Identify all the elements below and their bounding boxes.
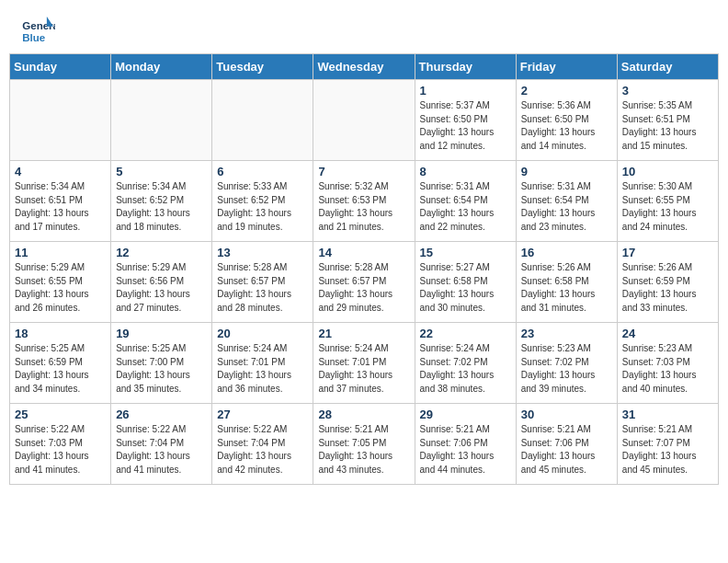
day-number: 29 [420, 408, 511, 421]
day-cell: 22Sunrise: 5:24 AM Sunset: 7:02 PM Dayli… [415, 323, 516, 404]
logo-icon: General Blue [22, 17, 55, 46]
day-info: Sunrise: 5:34 AM Sunset: 6:52 PM Dayligh… [116, 180, 207, 234]
day-cell: 1Sunrise: 5:37 AM Sunset: 6:50 PM Daylig… [415, 80, 516, 161]
calendar-container: SundayMondayTuesdayWednesdayThursdayFrid… [0, 53, 728, 494]
day-cell [10, 80, 111, 161]
day-info: Sunrise: 5:33 AM Sunset: 6:52 PM Dayligh… [217, 180, 308, 234]
day-info: Sunrise: 5:21 AM Sunset: 7:07 PM Dayligh… [622, 423, 713, 477]
day-number: 4 [15, 165, 106, 178]
day-number: 27 [217, 408, 308, 421]
day-number: 2 [521, 84, 612, 98]
day-cell: 29Sunrise: 5:21 AM Sunset: 7:06 PM Dayli… [415, 404, 516, 485]
day-cell: 11Sunrise: 5:29 AM Sunset: 6:55 PM Dayli… [10, 242, 111, 323]
day-info: Sunrise: 5:29 AM Sunset: 6:56 PM Dayligh… [116, 261, 207, 315]
week-row-2: 4Sunrise: 5:34 AM Sunset: 6:51 PM Daylig… [10, 161, 719, 242]
weekday-header-row: SundayMondayTuesdayWednesdayThursdayFrid… [10, 54, 719, 80]
week-row-5: 25Sunrise: 5:22 AM Sunset: 7:03 PM Dayli… [10, 404, 719, 485]
day-number: 10 [622, 165, 713, 178]
day-number: 16 [521, 246, 612, 259]
day-cell [111, 80, 212, 161]
weekday-header-thursday: Thursday [415, 54, 516, 80]
day-number: 9 [521, 165, 612, 178]
day-cell: 15Sunrise: 5:27 AM Sunset: 6:58 PM Dayli… [415, 242, 516, 323]
day-cell [212, 80, 313, 161]
day-number: 19 [116, 327, 207, 340]
day-cell: 12Sunrise: 5:29 AM Sunset: 6:56 PM Dayli… [111, 242, 212, 323]
day-cell: 31Sunrise: 5:21 AM Sunset: 7:07 PM Dayli… [617, 404, 718, 485]
day-info: Sunrise: 5:24 AM Sunset: 7:01 PM Dayligh… [217, 342, 308, 396]
weekday-header-tuesday: Tuesday [212, 54, 313, 80]
day-number: 31 [622, 408, 713, 421]
day-cell: 4Sunrise: 5:34 AM Sunset: 6:51 PM Daylig… [10, 161, 111, 242]
weekday-header-saturday: Saturday [617, 54, 718, 80]
day-cell: 6Sunrise: 5:33 AM Sunset: 6:52 PM Daylig… [212, 161, 313, 242]
day-info: Sunrise: 5:25 AM Sunset: 6:59 PM Dayligh… [15, 342, 106, 396]
day-cell: 17Sunrise: 5:26 AM Sunset: 6:59 PM Dayli… [617, 242, 718, 323]
day-info: Sunrise: 5:29 AM Sunset: 6:55 PM Dayligh… [15, 261, 106, 315]
day-cell: 25Sunrise: 5:22 AM Sunset: 7:03 PM Dayli… [10, 404, 111, 485]
day-number: 12 [116, 246, 207, 259]
logo: General Blue [22, 17, 59, 46]
week-row-4: 18Sunrise: 5:25 AM Sunset: 6:59 PM Dayli… [10, 323, 719, 404]
day-number: 7 [318, 165, 409, 178]
day-cell: 10Sunrise: 5:30 AM Sunset: 6:55 PM Dayli… [617, 161, 718, 242]
day-cell: 19Sunrise: 5:25 AM Sunset: 7:00 PM Dayli… [111, 323, 212, 404]
day-info: Sunrise: 5:22 AM Sunset: 7:04 PM Dayligh… [116, 423, 207, 477]
day-cell [313, 80, 415, 161]
calendar-table: SundayMondayTuesdayWednesdayThursdayFrid… [9, 53, 719, 485]
day-number: 21 [318, 327, 409, 340]
day-number: 30 [521, 408, 612, 421]
day-cell: 8Sunrise: 5:31 AM Sunset: 6:54 PM Daylig… [415, 161, 516, 242]
day-cell: 27Sunrise: 5:22 AM Sunset: 7:04 PM Dayli… [212, 404, 313, 485]
day-cell: 18Sunrise: 5:25 AM Sunset: 6:59 PM Dayli… [10, 323, 111, 404]
day-info: Sunrise: 5:27 AM Sunset: 6:58 PM Dayligh… [420, 261, 511, 315]
day-number: 13 [217, 246, 308, 259]
day-cell: 7Sunrise: 5:32 AM Sunset: 6:53 PM Daylig… [313, 161, 415, 242]
day-cell: 21Sunrise: 5:24 AM Sunset: 7:01 PM Dayli… [313, 323, 415, 404]
day-number: 25 [15, 408, 106, 421]
day-info: Sunrise: 5:24 AM Sunset: 7:01 PM Dayligh… [318, 342, 409, 396]
day-info: Sunrise: 5:32 AM Sunset: 6:53 PM Dayligh… [318, 180, 409, 234]
day-info: Sunrise: 5:21 AM Sunset: 7:06 PM Dayligh… [521, 423, 612, 477]
day-info: Sunrise: 5:23 AM Sunset: 7:02 PM Dayligh… [521, 342, 612, 396]
day-cell: 23Sunrise: 5:23 AM Sunset: 7:02 PM Dayli… [516, 323, 617, 404]
weekday-header-sunday: Sunday [10, 54, 111, 80]
day-info: Sunrise: 5:21 AM Sunset: 7:06 PM Dayligh… [420, 423, 511, 477]
weekday-header-monday: Monday [111, 54, 212, 80]
day-info: Sunrise: 5:28 AM Sunset: 6:57 PM Dayligh… [318, 261, 409, 315]
day-number: 3 [622, 84, 713, 98]
day-number: 28 [318, 408, 409, 421]
page-header: General Blue [0, 0, 728, 53]
weekday-header-friday: Friday [516, 54, 617, 80]
day-cell: 28Sunrise: 5:21 AM Sunset: 7:05 PM Dayli… [313, 404, 415, 485]
day-number: 11 [15, 246, 106, 259]
day-number: 5 [116, 165, 207, 178]
day-info: Sunrise: 5:26 AM Sunset: 6:58 PM Dayligh… [521, 261, 612, 315]
day-info: Sunrise: 5:31 AM Sunset: 6:54 PM Dayligh… [420, 180, 511, 234]
day-number: 24 [622, 327, 713, 340]
day-cell: 30Sunrise: 5:21 AM Sunset: 7:06 PM Dayli… [516, 404, 617, 485]
day-info: Sunrise: 5:22 AM Sunset: 7:04 PM Dayligh… [217, 423, 308, 477]
day-number: 18 [15, 327, 106, 340]
day-info: Sunrise: 5:34 AM Sunset: 6:51 PM Dayligh… [15, 180, 106, 234]
week-row-3: 11Sunrise: 5:29 AM Sunset: 6:55 PM Dayli… [10, 242, 719, 323]
day-number: 17 [622, 246, 713, 259]
day-info: Sunrise: 5:22 AM Sunset: 7:03 PM Dayligh… [15, 423, 106, 477]
day-cell: 13Sunrise: 5:28 AM Sunset: 6:57 PM Dayli… [212, 242, 313, 323]
day-cell: 2Sunrise: 5:36 AM Sunset: 6:50 PM Daylig… [516, 80, 617, 161]
day-info: Sunrise: 5:21 AM Sunset: 7:05 PM Dayligh… [318, 423, 409, 477]
day-info: Sunrise: 5:28 AM Sunset: 6:57 PM Dayligh… [217, 261, 308, 315]
day-cell: 9Sunrise: 5:31 AM Sunset: 6:54 PM Daylig… [516, 161, 617, 242]
svg-text:Blue: Blue [22, 32, 46, 43]
day-info: Sunrise: 5:23 AM Sunset: 7:03 PM Dayligh… [622, 342, 713, 396]
day-info: Sunrise: 5:30 AM Sunset: 6:55 PM Dayligh… [622, 180, 713, 234]
day-number: 6 [217, 165, 308, 178]
week-row-1: 1Sunrise: 5:37 AM Sunset: 6:50 PM Daylig… [10, 80, 719, 161]
day-info: Sunrise: 5:37 AM Sunset: 6:50 PM Dayligh… [420, 99, 511, 153]
day-number: 20 [217, 327, 308, 340]
weekday-header-wednesday: Wednesday [313, 54, 415, 80]
day-number: 14 [318, 246, 409, 259]
day-cell: 5Sunrise: 5:34 AM Sunset: 6:52 PM Daylig… [111, 161, 212, 242]
day-number: 23 [521, 327, 612, 340]
day-info: Sunrise: 5:25 AM Sunset: 7:00 PM Dayligh… [116, 342, 207, 396]
